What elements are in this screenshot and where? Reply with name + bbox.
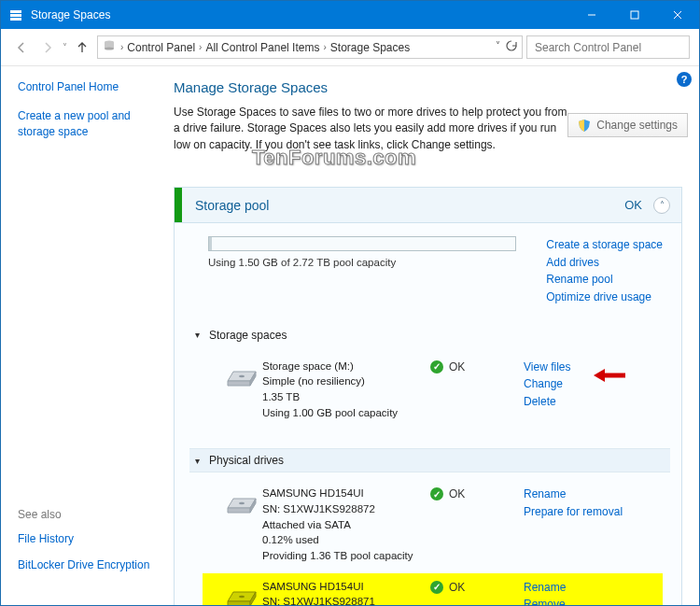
sidebar-see-also-heading: See also <box>18 508 164 521</box>
page-description: Use Storage Spaces to save files to two … <box>174 105 575 153</box>
space-size: 1.35 TB <box>262 389 430 405</box>
recent-locations-button[interactable]: ˅ <box>63 42 67 52</box>
sidebar-link-bitlocker[interactable]: BitLocker Drive Encryption <box>18 558 164 571</box>
search-input[interactable] <box>533 40 683 55</box>
drive-attached: Attached via SATA <box>262 517 430 533</box>
link-add-drives[interactable]: Add drives <box>546 256 599 269</box>
drive-name: SAMSUNG HD154UI <box>262 486 430 501</box>
link-view-files[interactable]: View files <box>524 360 570 373</box>
nav-back-button[interactable] <box>10 36 33 59</box>
link-change[interactable]: Change <box>524 377 563 390</box>
maximize-button[interactable] <box>613 1 656 29</box>
pool-header[interactable]: Storage pool OK ˄ <box>175 188 681 223</box>
pool-health-bar <box>175 188 182 222</box>
svg-rect-1 <box>10 14 21 17</box>
link-create-storage-space[interactable]: Create a storage space <box>546 238 663 251</box>
page-title: Manage Storage Spaces <box>174 79 682 95</box>
collapse-button[interactable]: ˄ <box>653 197 670 214</box>
drive-serial: SN: S1XWJ1KS928872 <box>262 501 430 517</box>
refresh-button[interactable] <box>506 40 518 55</box>
pool-status: OK <box>624 198 642 212</box>
link-delete[interactable]: Delete <box>524 395 556 408</box>
svg-rect-2 <box>10 18 21 21</box>
drive-status: OK <box>449 581 465 594</box>
link-remove-drive[interactable]: Remove <box>524 598 566 605</box>
ok-badge-icon: ✓ <box>430 487 443 500</box>
search-box[interactable] <box>526 35 690 59</box>
change-settings-label: Change settings <box>596 119 678 132</box>
link-prepare-for-removal[interactable]: Prepare for removal <box>524 505 623 518</box>
nav-forward-button[interactable] <box>36 36 59 59</box>
drive-name: SAMSUNG HD154UI <box>262 579 430 595</box>
toolbar: ˅ › Control Panel › All Control Panel It… <box>1 29 699 66</box>
drive-status: OK <box>449 487 465 500</box>
address-dropdown-button[interactable]: ˅ <box>496 40 500 55</box>
physical-drive-row: SAMSUNG HD154UI SN: S1XWJ1KS928872 Attac… <box>208 480 663 572</box>
ok-badge-icon: ✓ <box>430 360 443 373</box>
breadcrumb-seg-2[interactable]: All Control Panel Items <box>205 41 319 54</box>
svg-point-11 <box>239 502 245 505</box>
section-header-storage-spaces[interactable]: ▾ Storage spaces <box>189 325 663 345</box>
space-status: OK <box>449 360 465 373</box>
address-bar[interactable]: › Control Panel › All Control Panel Item… <box>97 35 523 59</box>
pool-usage-text: Using 1.50 GB of 2.72 TB pool capacity <box>208 257 527 268</box>
storage-pool-card: Storage pool OK ˄ Using 1.50 GB of 2.72 … <box>174 187 682 605</box>
drive-providing: Providing 1.36 TB pool capacity <box>262 548 430 564</box>
breadcrumb-seg-3[interactable]: Storage Spaces <box>330 41 410 54</box>
title-bar: Storage Spaces <box>1 1 699 29</box>
change-settings-button[interactable]: Change settings <box>567 113 688 137</box>
hard-drive-icon <box>219 486 262 563</box>
physical-drive-row-highlighted: SAMSUNG HD154UI SN: S1XWJ1KS928871 Attac… <box>203 573 663 605</box>
minimize-button[interactable] <box>570 1 613 29</box>
link-rename-pool[interactable]: Rename pool <box>546 273 612 286</box>
section-label-storage-spaces: Storage spaces <box>209 329 287 342</box>
link-rename-drive[interactable]: Rename <box>524 581 566 594</box>
breadcrumb-seg-1[interactable]: Control Panel <box>127 41 195 54</box>
drive-stack-icon <box>102 38 117 56</box>
close-button[interactable] <box>656 1 699 29</box>
svg-point-10 <box>239 374 245 377</box>
drive-used: 0.12% used <box>262 532 430 548</box>
section-header-physical-drives[interactable]: ▾ Physical drives <box>189 448 670 472</box>
shield-icon <box>578 119 591 132</box>
chevron-down-icon: ▾ <box>195 456 200 466</box>
svg-rect-4 <box>631 11 638 19</box>
content-area: ? Manage Storage Spaces Use Storage Spac… <box>174 66 699 605</box>
pool-usage-bar <box>208 236 516 251</box>
sidebar-link-home[interactable]: Control Panel Home <box>18 79 164 95</box>
space-name: Storage space (M:) <box>262 359 430 374</box>
window-title: Storage Spaces <box>31 8 110 21</box>
space-resiliency: Simple (no resiliency) <box>262 373 430 389</box>
svg-rect-0 <box>10 10 21 13</box>
link-rename-drive[interactable]: Rename <box>524 487 566 500</box>
hard-drive-icon <box>219 579 262 605</box>
sidebar-link-file-history[interactable]: File History <box>18 532 164 545</box>
help-icon[interactable]: ? <box>677 72 692 87</box>
storage-space-icon <box>219 359 262 421</box>
pool-title: Storage pool <box>195 198 269 213</box>
app-icon <box>8 7 23 22</box>
svg-point-9 <box>105 47 114 49</box>
nav-up-button[interactable] <box>71 36 93 59</box>
sidebar: Control Panel Home Create a new pool and… <box>1 66 174 605</box>
space-using: Using 1.00 GB pool capacity <box>262 405 430 421</box>
section-label-physical-drives: Physical drives <box>209 454 284 467</box>
chevron-down-icon: ▾ <box>195 330 200 340</box>
sidebar-link-create-pool[interactable]: Create a new pool and storage space <box>18 108 164 140</box>
ok-badge-icon: ✓ <box>430 581 443 594</box>
storage-space-row: Storage space (M:) Simple (no resiliency… <box>208 353 663 430</box>
link-optimize-drive-usage[interactable]: Optimize drive usage <box>546 290 651 303</box>
drive-serial: SN: S1XWJ1KS928871 <box>262 594 430 605</box>
svg-point-12 <box>239 595 245 598</box>
